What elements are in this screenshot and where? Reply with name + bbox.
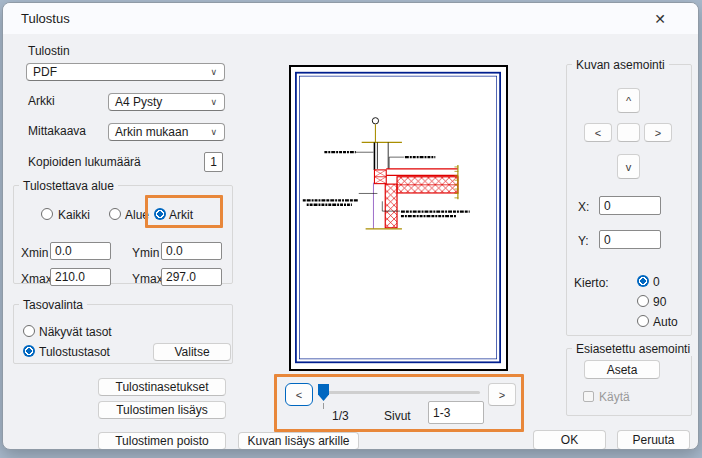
ymin-input[interactable]: 0.0 — [161, 242, 222, 260]
aseta-button-label: Aseta — [607, 363, 638, 377]
page-slider-track[interactable] — [319, 391, 480, 394]
radio-rotation-90[interactable] — [637, 295, 649, 307]
tulostinasetukset-label: Tulostinasetukset — [116, 380, 209, 394]
arrow-down-icon: v — [626, 161, 632, 173]
radio-kaikki-label: Kaikki — [58, 208, 90, 222]
scale-select[interactable]: Arkin mukaan ∨ — [108, 123, 225, 141]
titlebar: Tulostus ✕ — [3, 3, 698, 34]
center-button[interactable] — [617, 123, 640, 142]
kuvan-lisays-arkille-button[interactable]: Kuvan lisäys arkille — [238, 432, 359, 450]
print-dialog: Tulostus ✕ Tulostin PDF ∨ Arkki A4 Pysty… — [2, 2, 699, 450]
arrow-left-icon: < — [595, 127, 601, 139]
radio-rotation-auto[interactable] — [637, 315, 649, 327]
tulostimen-poisto-label: Tulostimen poisto — [115, 434, 209, 448]
pages-label: Sivut — [384, 409, 411, 423]
next-page-button[interactable]: > — [488, 383, 516, 406]
radio-arkit[interactable] — [154, 208, 166, 220]
sheet-select[interactable]: A4 Pysty ∨ — [108, 93, 225, 111]
scale-label: Mittakaava — [28, 124, 86, 138]
x-value: 0 — [604, 199, 611, 213]
xmax-value: 210.0 — [55, 270, 85, 284]
preview-drawing — [291, 67, 506, 369]
chevron-down-icon: ∨ — [210, 97, 217, 107]
kuvan-lisays-arkille-label: Kuvan lisäys arkille — [247, 434, 349, 448]
kayta-checkbox-label: Käytä — [599, 390, 630, 404]
radio-kaikki[interactable] — [41, 208, 53, 220]
valitse-button[interactable]: Valitse — [153, 343, 231, 361]
close-icon: ✕ — [654, 11, 666, 27]
valitse-button-label: Valitse — [174, 345, 209, 359]
copies-input[interactable]: 1 — [204, 152, 223, 172]
layer-selection-group-title: Tasovalinta — [19, 298, 87, 312]
tulostinasetukset-button[interactable]: Tulostinasetukset — [98, 378, 226, 396]
x-input[interactable]: 0 — [599, 196, 661, 215]
sheet-label: Arkki — [28, 94, 55, 108]
radio-nakyvat-tasot[interactable] — [23, 325, 35, 337]
placement-group-title: Kuvan asemointi — [572, 58, 669, 72]
move-left-button[interactable]: < — [584, 123, 612, 142]
cancel-button-label: Peruuta — [632, 433, 674, 447]
radio-rotation-auto-label: Auto — [653, 315, 678, 329]
page-slider-thumb[interactable] — [318, 384, 329, 401]
radio-arkit-label: Arkit — [169, 208, 193, 222]
prev-page-button[interactable]: < — [285, 383, 313, 406]
printer-select[interactable]: PDF ∨ — [26, 63, 225, 81]
preset-group-title: Esiasetettu asemointi — [572, 342, 694, 356]
copies-label: Kopioiden lukumäärä — [28, 155, 141, 169]
ok-button[interactable]: OK — [533, 430, 606, 450]
rotation-label: Kierto: — [574, 276, 609, 290]
aseta-button[interactable]: Aseta — [584, 360, 660, 379]
close-button[interactable]: ✕ — [647, 8, 673, 30]
radio-rotation-90-label: 90 — [653, 295, 666, 309]
radio-rotation-0-label: 0 — [653, 275, 660, 289]
ymin-label: Ymin — [132, 246, 159, 260]
ok-button-label: OK — [561, 433, 578, 447]
move-up-button[interactable]: ^ — [617, 88, 640, 113]
prev-page-icon: < — [296, 389, 302, 401]
ymax-value: 297.0 — [166, 270, 196, 284]
page-indicator: 1/3 — [332, 409, 349, 423]
y-value: 0 — [604, 233, 611, 247]
tulostimen-lisays-label: Tulostimen lisäys — [116, 403, 208, 417]
ymin-value: 0.0 — [166, 244, 183, 258]
move-right-button[interactable]: > — [644, 123, 672, 142]
slider-tick — [323, 403, 324, 409]
chevron-down-icon: ∨ — [210, 67, 217, 77]
radio-alue[interactable] — [109, 208, 121, 220]
y-label: Y: — [578, 234, 589, 248]
cancel-button[interactable]: Peruuta — [617, 430, 690, 450]
scale-select-value: Arkin mukaan — [115, 125, 188, 139]
chevron-down-icon: ∨ — [210, 127, 217, 137]
arrow-up-icon: ^ — [626, 95, 631, 107]
tulostimen-poisto-button[interactable]: Tulostimen poisto — [98, 432, 226, 450]
ymax-input[interactable]: 297.0 — [161, 268, 222, 286]
copies-value: 1 — [210, 155, 217, 169]
dialog-title: Tulostus — [21, 11, 70, 26]
preset-group — [566, 348, 692, 416]
radio-nakyvat-tasot-label: Näkyvät tasot — [39, 325, 112, 339]
print-preview — [289, 65, 508, 371]
radio-rotation-0[interactable] — [637, 275, 649, 287]
radio-alue-label: Alue — [125, 208, 149, 222]
radio-tulostustasot[interactable] — [23, 345, 35, 357]
sheet-select-value: A4 Pysty — [115, 95, 162, 109]
y-input[interactable]: 0 — [599, 230, 661, 249]
next-page-icon: > — [499, 389, 505, 401]
pages-value: 1-3 — [433, 406, 450, 420]
radio-tulostustasot-label: Tulostustasot — [39, 345, 110, 359]
arrow-right-icon: > — [655, 127, 661, 139]
pages-input[interactable]: 1-3 — [428, 401, 484, 424]
kayta-checkbox[interactable] — [583, 391, 594, 402]
xmax-input[interactable]: 210.0 — [50, 268, 111, 286]
xmin-label: Xmin — [21, 246, 48, 260]
xmin-input[interactable]: 0.0 — [50, 242, 111, 260]
tulostimen-lisays-button[interactable]: Tulostimen lisäys — [98, 401, 226, 419]
move-down-button[interactable]: v — [617, 154, 640, 179]
x-label: X: — [578, 200, 589, 214]
ymax-label: Ymax — [132, 272, 163, 286]
desktop-background: Tulostus ✕ Tulostin PDF ∨ Arkki A4 Pysty… — [0, 0, 702, 458]
printer-select-value: PDF — [33, 65, 57, 79]
xmax-label: Xmax — [21, 272, 52, 286]
print-area-group-title: Tulostettava alue — [19, 179, 118, 193]
xmin-value: 0.0 — [55, 244, 72, 258]
